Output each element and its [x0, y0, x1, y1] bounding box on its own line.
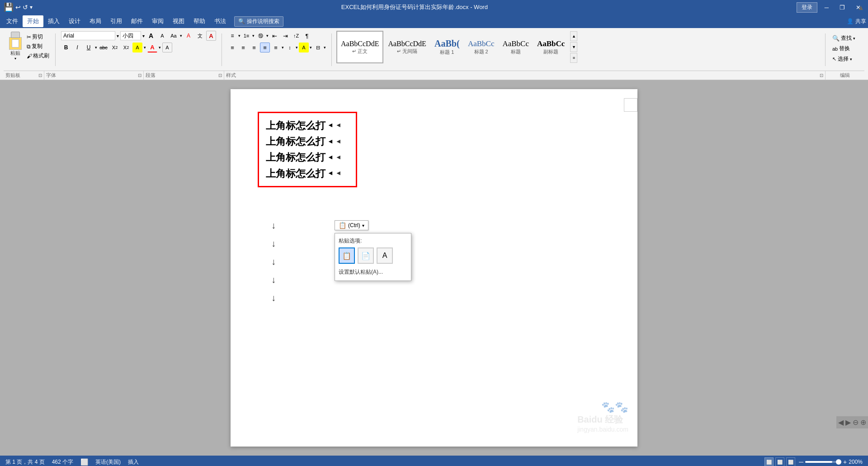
style-title[interactable]: AaBbCc 标题: [499, 31, 533, 63]
menu-help[interactable]: 帮助: [189, 15, 210, 27]
paste-keep-source-btn[interactable]: 📋: [339, 247, 355, 264]
prev-page-btn[interactable]: ◀: [838, 418, 844, 427]
ribbon-collapse-btn[interactable]: ▲: [857, 4, 864, 12]
char-border-btn[interactable]: A: [162, 43, 172, 52]
font-name-input[interactable]: [61, 31, 115, 40]
cut-button[interactable]: ✂ 剪切: [25, 33, 51, 41]
line-spacing-arrow[interactable]: ▾: [296, 45, 298, 50]
menu-view[interactable]: 视图: [168, 15, 189, 27]
superscript-btn[interactable]: X2: [121, 43, 131, 52]
select-arrow[interactable]: ▾: [850, 57, 852, 62]
zoom-in-btn[interactable]: ⊕: [860, 418, 866, 427]
underline-arrow[interactable]: ▾: [95, 45, 97, 50]
italic-btn[interactable]: I: [72, 43, 82, 52]
paste-default-link[interactable]: 设置默认粘贴(A)...: [339, 267, 407, 277]
zoom-minus[interactable]: ─: [799, 458, 803, 466]
numbering-arrow[interactable]: ▾: [252, 33, 255, 38]
zoom-plus[interactable]: +: [843, 458, 847, 466]
change-case-arrow[interactable]: ▾: [180, 33, 182, 38]
undo-btn[interactable]: ↩: [15, 4, 21, 11]
multilevel-btn[interactable]: ⑲: [255, 31, 265, 41]
zoom-out-btn[interactable]: ⊖: [853, 418, 859, 427]
select-btn[interactable]: ↖ 选择 ▾: [831, 54, 862, 64]
sort-btn[interactable]: ↑Z: [291, 31, 301, 41]
paste-merge-format-btn[interactable]: 📄: [358, 247, 374, 264]
menu-insert[interactable]: 插入: [43, 15, 64, 27]
find-arrow[interactable]: ▾: [853, 36, 855, 41]
language[interactable]: 英语(美国): [95, 458, 121, 466]
menu-review[interactable]: 审阅: [147, 15, 168, 27]
style-normal[interactable]: AaBbCcDdE ↵ 正文: [336, 31, 383, 63]
replace-btn[interactable]: ab 替换: [831, 44, 862, 53]
show-para-btn[interactable]: ¶: [302, 31, 312, 41]
print-view-btn[interactable]: ⬜: [764, 457, 774, 466]
restore-btn[interactable]: ❐: [836, 3, 849, 12]
menu-file[interactable]: 文件: [2, 15, 23, 27]
font-decrease-btn[interactable]: A: [157, 31, 167, 41]
text-highlight-btn[interactable]: A: [132, 43, 142, 52]
borders-btn[interactable]: ⊟: [313, 43, 323, 52]
next-page-btn[interactable]: ▶: [845, 418, 851, 427]
dist-arrow[interactable]: ▾: [282, 45, 284, 50]
bullets-arrow[interactable]: ▾: [238, 33, 241, 38]
font-size-input[interactable]: [120, 31, 141, 40]
redo-btn[interactable]: ↺: [23, 4, 28, 11]
line-spacing-btn[interactable]: ↕: [285, 43, 295, 52]
styles-down-btn[interactable]: ▼: [570, 42, 577, 52]
justify-btn[interactable]: ≡: [260, 43, 270, 52]
share-btn[interactable]: 👤 共享: [847, 18, 866, 25]
font-increase-btn[interactable]: A: [146, 31, 156, 41]
align-left-btn[interactable]: ≡: [227, 43, 237, 52]
dist-align-btn[interactable]: ≡: [271, 43, 281, 52]
style-h1[interactable]: AaBb( 标题 1: [431, 31, 463, 63]
align-center-btn[interactable]: ≡: [238, 43, 248, 52]
search-box[interactable]: 🔍 操作说明搜索: [234, 16, 283, 27]
read-view-btn[interactable]: ⬜: [786, 457, 795, 466]
clear-format-btn[interactable]: A: [184, 31, 193, 41]
menu-references[interactable]: 引用: [106, 15, 127, 27]
ctrl-pill[interactable]: 📋 (Ctrl) ▾: [335, 220, 368, 230]
bold-btn[interactable]: B: [61, 43, 71, 52]
styles-up-btn[interactable]: ▲: [570, 31, 577, 41]
zoom-track[interactable]: [805, 461, 841, 463]
strikethrough-btn[interactable]: abc: [99, 43, 108, 52]
menu-calligraphy[interactable]: 书法: [210, 15, 231, 27]
font-color-box-btn[interactable]: A: [206, 31, 216, 41]
decrease-indent-btn[interactable]: ⇤: [269, 31, 279, 41]
paste-text-only-btn[interactable]: A: [377, 247, 393, 264]
multilevel-arrow[interactable]: ▾: [266, 33, 269, 38]
style-subtitle[interactable]: AaBbCc 副标题: [533, 31, 568, 63]
font-color-arrow[interactable]: ▾: [159, 45, 161, 50]
menu-mail[interactable]: 邮件: [127, 15, 147, 27]
change-case-btn[interactable]: Aa: [169, 31, 179, 41]
menu-layout[interactable]: 布局: [85, 15, 106, 27]
arrow-5: ↓: [271, 293, 276, 303]
web-view-btn[interactable]: ⬜: [775, 457, 784, 466]
highlight-arrow[interactable]: ▾: [144, 45, 146, 50]
style-no-spacing[interactable]: AaBbCcDdE ↵ 无间隔: [384, 31, 429, 63]
align-right-btn[interactable]: ≡: [249, 43, 259, 52]
find-btn[interactable]: 🔍 查找 ▾: [831, 33, 862, 43]
login-button[interactable]: 登录: [797, 2, 817, 13]
format-painter-button[interactable]: 🖌 格式刷: [25, 52, 51, 60]
shading-arrow[interactable]: ▾: [310, 45, 312, 50]
minimize-btn[interactable]: ─: [821, 3, 832, 12]
menu-home[interactable]: 开始: [23, 15, 43, 27]
underline-btn[interactable]: U: [84, 43, 94, 52]
wubi-btn[interactable]: 文: [195, 31, 205, 41]
numbering-btn[interactable]: 1≡: [241, 31, 251, 41]
increase-indent-btn[interactable]: ⇥: [280, 31, 290, 41]
paste-button[interactable]: 粘贴 ▾: [5, 31, 25, 62]
font-name-dropdown-icon[interactable]: ▾: [117, 33, 119, 38]
font-color-btn[interactable]: A: [147, 43, 157, 52]
style-h2[interactable]: AaBbCc 标题 2: [464, 31, 498, 63]
shading-btn[interactable]: A: [299, 43, 309, 52]
menu-design[interactable]: 设计: [64, 15, 85, 27]
styles-more-btn[interactable]: ≡: [570, 53, 577, 63]
zoom-level[interactable]: 200%: [849, 459, 863, 465]
font-size-dropdown-icon[interactable]: ▾: [142, 33, 145, 38]
copy-button[interactable]: ⧉ 复制: [25, 42, 51, 51]
subscript-btn[interactable]: X2: [110, 43, 120, 52]
bullets-btn[interactable]: ≡: [227, 31, 237, 41]
borders-arrow[interactable]: ▾: [324, 45, 326, 50]
